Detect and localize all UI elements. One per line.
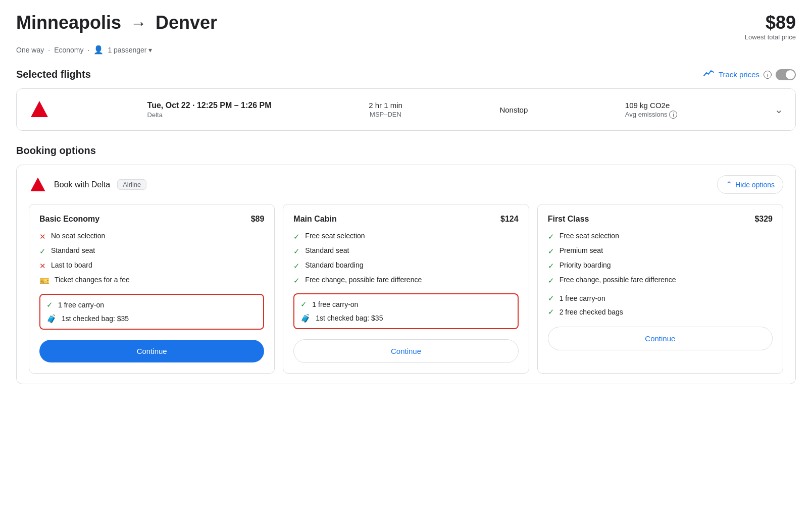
total-price: $89 (745, 12, 796, 33)
check-icon-mc3: ✓ (293, 262, 300, 271)
emissions-value: 109 kg CO2e (625, 101, 678, 110)
feature-free-change-mc: ✓ Free change, possible fare difference (293, 276, 518, 285)
check-icon-bag1: ✓ (46, 300, 53, 309)
passenger-icon: 👤 (93, 45, 104, 55)
fare-basic-economy-price: $89 (251, 215, 265, 224)
baggage-free-checked-fc-text: 2 free checked bags (560, 308, 623, 316)
feature-free-seat: ✓ Free seat selection (293, 232, 518, 241)
dot-separator-2: · (88, 46, 90, 54)
booking-options-section: Booking options Book with Delta Airline … (16, 145, 796, 384)
chevron-down-icon: ▾ (148, 46, 152, 54)
track-prices-toggle[interactable] (776, 69, 796, 80)
airline-badge: Airline (117, 179, 146, 190)
bag-icon: 🎫 (39, 276, 49, 286)
continue-main-cabin-button[interactable]: Continue (293, 339, 518, 363)
feature-no-seat-text: No seat selection (51, 232, 105, 240)
dot-separator-1: · (48, 46, 50, 54)
feature-standard-seat-mc-text: Standard seat (305, 246, 349, 254)
feature-premium-seat: ✓ Premium seat (548, 246, 773, 256)
baggage-free-checked-fc: ✓ 2 free checked bags (548, 307, 773, 317)
feature-standard-seat-mc: ✓ Standard seat (293, 246, 518, 256)
origin: Minneapolis (16, 12, 121, 33)
price-block: $89 Lowest total price (745, 12, 796, 41)
price-label: Lowest total price (745, 33, 796, 41)
svg-marker-1 (30, 177, 45, 191)
feature-ticket-changes: 🎫 Ticket changes for a fee (39, 276, 264, 286)
flight-expand-icon[interactable]: ⌄ (775, 103, 783, 116)
check-icon-fc3: ✓ (548, 262, 554, 271)
flight-datetime: Tue, Oct 22 · 12:25 PM – 1:26 PM (147, 101, 272, 110)
check-icon-mc4: ✓ (293, 276, 300, 285)
baggage-checked: 🧳 1st checked bag: $35 (46, 314, 257, 324)
chevron-up-icon: ⌃ (726, 180, 732, 189)
trip-info: One way · Economy · 👤 1 passenger ▾ (16, 45, 796, 55)
feature-free-seat-fc-text: Free seat selection (560, 232, 619, 240)
trip-type: One way (16, 46, 44, 54)
continue-basic-economy-button[interactable]: Continue (39, 340, 264, 362)
passenger-selector[interactable]: 1 passenger ▾ (108, 46, 152, 54)
fare-basic-economy-header: Basic Economy $89 (39, 215, 264, 224)
passenger-count: 1 passenger (108, 46, 146, 54)
page-header: Minneapolis → Denver $89 Lowest total pr… (16, 12, 796, 41)
hide-options-label: Hide options (735, 181, 775, 189)
fare-basic-economy-baggage-highlight: ✓ 1 free carry-on 🧳 1st checked bag: $35 (39, 294, 264, 330)
feature-standard-seat-text: Standard seat (51, 246, 95, 254)
track-prices-info-icon[interactable]: i (764, 71, 772, 79)
track-prices-label[interactable]: Track prices (719, 70, 759, 79)
fare-first-class-header: First Class $329 (548, 215, 773, 224)
selected-flights-header: Selected flights Track prices i (16, 69, 796, 80)
baggage-carry-on-fc-text: 1 free carry-on (560, 294, 605, 302)
baggage-carry-on-text: 1 free carry-on (58, 301, 104, 309)
continue-first-class-button[interactable]: Continue (548, 327, 773, 350)
booking-airline-info: Book with Delta Airline (29, 176, 146, 194)
emissions-label: Avg emissions i (625, 111, 678, 119)
fare-main-cabin-baggage-highlight: ✓ 1 free carry-on 🧳 1st checked bag: $35 (293, 293, 518, 329)
fare-first-class: First Class $329 ✓ Free seat selection ✓… (537, 204, 783, 374)
check-icon-bag-mc1: ✓ (300, 300, 307, 309)
feature-free-change-fc: ✓ Free change, possible fare difference (548, 276, 773, 285)
feature-free-change-fc-text: Free change, possible fare difference (560, 276, 676, 284)
fare-basic-economy: Basic Economy $89 ✕ No seat selection ✓ … (29, 204, 275, 374)
x-icon-2: ✕ (39, 262, 46, 271)
delta-logo-icon (29, 99, 50, 120)
baggage-carry-on-mc-text: 1 free carry-on (312, 300, 358, 308)
feature-priority-boarding: ✓ Priority boarding (548, 261, 773, 271)
svg-marker-0 (31, 101, 48, 117)
flight-duration: 2 hr 1 min (369, 101, 402, 110)
check-icon: ✓ (39, 247, 46, 256)
fare-first-class-price: $329 (754, 215, 773, 224)
flight-emissions-block: 109 kg CO2e Avg emissions i (625, 101, 678, 119)
fare-basic-economy-features: ✕ No seat selection ✓ Standard seat ✕ La… (39, 232, 264, 286)
feature-last-board-text: Last to board (51, 261, 92, 269)
booking-airline-name: Book with Delta (54, 180, 110, 189)
fare-main-cabin-header: Main Cabin $124 (293, 215, 518, 224)
baggage-checked-text: 1st checked bag: $35 (62, 315, 129, 323)
baggage-carry-on: ✓ 1 free carry-on (46, 300, 257, 309)
route-title-block: Minneapolis → Denver (16, 12, 217, 33)
booking-options-header: Booking options (16, 145, 796, 156)
feature-premium-seat-text: Premium seat (560, 246, 603, 254)
x-icon: ✕ (39, 232, 46, 241)
bag-icon-2: 🧳 (46, 314, 57, 324)
check-icon-bag-fc2: ✓ (548, 307, 554, 317)
check-icon-fc4: ✓ (548, 276, 554, 285)
fare-main-cabin-features: ✓ Free seat selection ✓ Standard seat ✓ … (293, 232, 518, 285)
fare-main-cabin-price: $124 (500, 215, 519, 224)
check-icon-mc2: ✓ (293, 247, 300, 256)
emissions-info-icon[interactable]: i (669, 111, 677, 119)
booking-options-title: Booking options (16, 145, 96, 156)
feature-ticket-changes-text: Ticket changes for a fee (55, 276, 130, 284)
fare-basic-economy-name: Basic Economy (39, 215, 99, 224)
flight-route: MSP–DEN (369, 111, 402, 118)
feature-priority-boarding-text: Priority boarding (560, 261, 611, 269)
baggage-checked-mc-text: 1st checked bag: $35 (316, 314, 383, 322)
fare-columns: Basic Economy $89 ✕ No seat selection ✓ … (29, 204, 783, 374)
hide-options-button[interactable]: ⌃ Hide options (717, 175, 783, 194)
track-prices-icon (703, 69, 715, 80)
route-arrow: → (130, 14, 146, 32)
baggage-checked-mc: 🧳 1st checked bag: $35 (300, 313, 511, 323)
fare-first-class-features: ✓ Free seat selection ✓ Premium seat ✓ P… (548, 232, 773, 285)
flight-stops: Nonstop (499, 106, 528, 114)
feature-free-seat-text: Free seat selection (305, 232, 365, 240)
feature-standard-boarding: ✓ Standard boarding (293, 261, 518, 271)
